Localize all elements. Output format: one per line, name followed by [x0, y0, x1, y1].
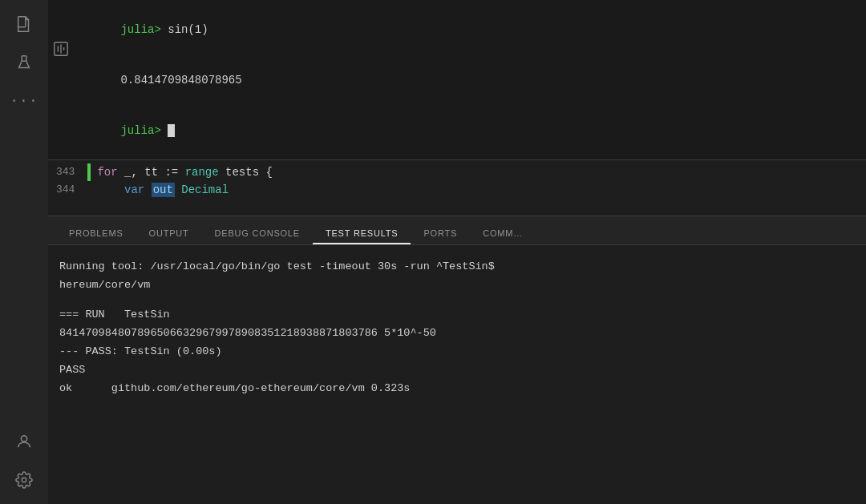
- terminal-cmd-1: sin(1): [168, 23, 208, 36]
- settings-icon[interactable]: [6, 462, 42, 498]
- result-line-8: ok github.com/ethereum/go-ethereum/core/…: [59, 380, 855, 398]
- result-line-6: --- PASS: TestSin (0.00s): [59, 343, 855, 361]
- flask-icon[interactable]: [6, 45, 42, 80]
- editor-line-344: 344 var out Decimal: [48, 181, 866, 199]
- terminal-panel: julia> sin(1) 0.8414709848078965 julia>: [48, 0, 866, 160]
- more-icon[interactable]: ···: [6, 83, 42, 119]
- line-number-344: 344: [56, 182, 87, 199]
- code-line-344: var out Decimal: [97, 181, 229, 199]
- terminal-scroll-icon: [52, 40, 70, 61]
- result-blank-1: [59, 295, 855, 306]
- tab-test-results[interactable]: TEST RESULTS: [313, 224, 411, 244]
- activity-bar: ···: [0, 0, 48, 504]
- result-line-5: 8414709848078965066329679978908351218938…: [59, 325, 855, 343]
- line-indicator-344: [87, 182, 91, 200]
- person-icon[interactable]: [6, 424, 42, 459]
- tab-ports[interactable]: PORTS: [411, 224, 470, 244]
- result-line-4: === RUN TestSin: [59, 306, 855, 325]
- result-line-2: hereum/core/vm: [59, 276, 855, 295]
- svg-rect-0: [18, 17, 26, 27]
- main-content: julia> sin(1) 0.8414709848078965 julia> …: [48, 0, 866, 504]
- svg-point-4: [21, 436, 26, 442]
- code-editor: 343 for _, tt := range tests { 344 var o…: [48, 160, 866, 216]
- terminal-prompt-1: julia>: [120, 23, 168, 36]
- files-icon[interactable]: [6, 6, 42, 42]
- panel-tabs: PROBLEMS OUTPUT DEBUG CONSOLE TEST RESUL…: [48, 216, 866, 245]
- tab-comm[interactable]: COMM…: [470, 224, 536, 244]
- editor-line-343: 343 for _, tt := range tests {: [48, 163, 866, 181]
- code-line-343: for _, tt := range tests {: [97, 163, 272, 181]
- tab-problems[interactable]: PROBLEMS: [56, 224, 136, 244]
- terminal-cursor: [168, 124, 175, 137]
- terminal-prompt-2: julia>: [120, 124, 168, 137]
- line-number-343: 343: [56, 164, 87, 181]
- terminal-output-1: 0.8414709848078965: [120, 74, 241, 87]
- tab-debug-console[interactable]: DEBUG CONSOLE: [202, 224, 313, 244]
- test-results-panel[interactable]: Running tool: /usr/local/go/bin/go test …: [48, 245, 866, 504]
- result-line-7: PASS: [59, 361, 855, 380]
- result-line-1: Running tool: /usr/local/go/bin/go test …: [59, 258, 855, 276]
- tab-output[interactable]: OUTPUT: [136, 224, 202, 244]
- line-indicator-343: [87, 163, 91, 181]
- svg-point-5: [22, 478, 26, 482]
